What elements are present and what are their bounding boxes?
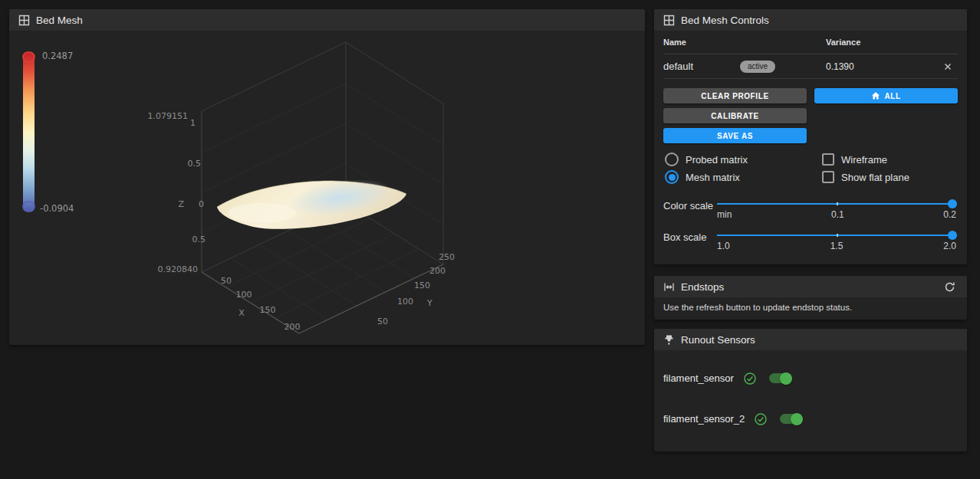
sensor-row: filament_sensor xyxy=(654,358,967,399)
mesh-matrix-radio[interactable]: Mesh matrix xyxy=(665,170,822,184)
bed-mesh-title: Bed Mesh xyxy=(36,15,83,26)
color-scale-slider[interactable]: min 0.1 0.2 xyxy=(717,199,956,220)
endstops-header: Endstops xyxy=(654,276,967,297)
sensor-name: filament_sensor_2 xyxy=(663,413,745,425)
box-scale-slider-thumb[interactable] xyxy=(948,231,957,240)
box-scale-mid-label: 1.5 xyxy=(830,241,844,251)
z-tick: 1 xyxy=(190,118,196,128)
profiles-table-header: Name Variance xyxy=(663,31,958,54)
bed-mesh-controls-title: Bed Mesh Controls xyxy=(681,15,769,26)
wireframe-checkbox[interactable]: Wireframe xyxy=(822,153,958,166)
bed-mesh-3d-plot[interactable]: 0.2487 -0.0904 xyxy=(9,31,645,345)
probed-matrix-radio[interactable]: Probed matrix xyxy=(665,153,822,166)
bed-mesh-header: Bed Mesh xyxy=(9,9,645,31)
wireframe-label: Wireframe xyxy=(841,154,887,166)
close-icon xyxy=(942,61,953,72)
endstop-icon xyxy=(663,281,675,293)
color-scale-label: Color scale xyxy=(663,199,717,220)
y-tick: 50 xyxy=(377,317,388,326)
colorbar: 0.2487 -0.0904 xyxy=(23,51,74,214)
variance-column-header: Variance xyxy=(826,38,938,47)
check-circle-icon xyxy=(754,412,768,426)
slider-tick xyxy=(837,234,838,237)
y-tick: 150 xyxy=(414,281,430,290)
z-tick: 0.5 xyxy=(188,159,202,169)
color-scale-slider-thumb[interactable] xyxy=(948,199,957,208)
x-tick: 100 xyxy=(236,290,252,300)
bed-mesh-controls-header: Bed Mesh Controls xyxy=(654,9,967,31)
sensor-row: filament_sensor_2 xyxy=(654,399,967,439)
color-scale-row: Color scale min 0.1 0.2 xyxy=(654,184,967,220)
grid-icon xyxy=(663,15,675,26)
y-axis-label: Y xyxy=(426,298,432,308)
box-scale-label: Box scale xyxy=(663,231,717,251)
bed-mesh-controls-panel: Bed Mesh Controls Name Variance default … xyxy=(654,9,967,264)
home-all-button[interactable]: ALL xyxy=(814,88,958,103)
check-circle-icon xyxy=(743,372,757,385)
display-options: Probed matrix Wireframe Mesh matrix Show… xyxy=(654,143,967,184)
x-tick: 150 xyxy=(260,305,276,315)
active-badge: active xyxy=(740,61,775,73)
z-tick: 0 xyxy=(199,199,204,209)
bed-mesh-panel: Bed Mesh xyxy=(9,9,645,345)
runout-sensors-title: Runout Sensors xyxy=(681,334,755,346)
sensor-toggle[interactable] xyxy=(780,414,801,424)
profile-name: default xyxy=(663,61,740,72)
z-axis-ticks: 1.079151 1 0.5 0 0.5 0.920840 Z xyxy=(148,111,206,274)
refresh-icon xyxy=(944,281,955,293)
name-column-header: Name xyxy=(663,38,740,47)
clear-profile-button[interactable]: CLEAR PROFILE xyxy=(663,88,807,103)
checkbox-unchecked-icon xyxy=(822,153,834,166)
box-scale-min-label: 1.0 xyxy=(717,241,730,251)
mesh-matrix-label: Mesh matrix xyxy=(686,172,740,183)
y-tick: 250 xyxy=(439,252,455,262)
z-tick: 1.079151 xyxy=(148,111,189,121)
mesh-surface xyxy=(217,174,406,229)
profile-variance: 0.1390 xyxy=(826,61,938,72)
z-tick: 0.920840 xyxy=(158,264,199,274)
box-scale-max-label: 2.0 xyxy=(943,241,956,251)
color-scale-max-label: 0.2 xyxy=(943,209,956,220)
color-scale-mid-label: 0.1 xyxy=(831,209,844,220)
save-as-button[interactable]: SAVE AS xyxy=(663,128,807,143)
calibrate-button[interactable]: CALIBRATE xyxy=(663,108,807,123)
y-tick: 100 xyxy=(397,297,413,307)
x-axis-label: X xyxy=(238,308,245,318)
show-flat-plane-checkbox[interactable]: Show flat plane xyxy=(822,170,958,184)
show-flat-plane-label: Show flat plane xyxy=(841,172,909,183)
profile-row[interactable]: default active 0.1390 xyxy=(663,54,958,79)
sensor-toggle[interactable] xyxy=(769,373,791,383)
endstops-title: Endstops xyxy=(681,281,724,293)
endstops-hint: Use the refresh button to update endstop… xyxy=(654,297,967,317)
radio-unchecked-icon xyxy=(665,153,679,166)
slider-tick xyxy=(837,202,838,205)
profiles-table: Name Variance default active 0.1390 xyxy=(654,31,967,79)
box-scale-row: Box scale 1.0 1.5 2.0 xyxy=(654,220,967,251)
radio-checked-icon xyxy=(665,170,679,184)
colorbar-min-label: -0.0904 xyxy=(40,203,74,214)
sensor-name: filament_sensor xyxy=(663,372,734,384)
box-scale-slider[interactable]: 1.0 1.5 2.0 xyxy=(717,231,956,251)
grid-icon xyxy=(18,15,30,26)
y-tick: 200 xyxy=(429,266,446,276)
controls-buttons: CLEAR PROFILE ALL CALIBRATE SAVE AS xyxy=(654,79,967,143)
printer-nozzle-icon xyxy=(663,334,675,346)
endstops-panel: Endstops Use the refresh button to updat… xyxy=(654,276,967,320)
x-tick: 200 xyxy=(284,322,301,332)
checkbox-unchecked-icon xyxy=(822,171,834,183)
color-scale-min-label: min xyxy=(717,209,732,220)
z-tick: 0.5 xyxy=(192,235,206,244)
home-icon xyxy=(871,91,880,100)
z-axis-label: Z xyxy=(178,199,184,209)
remove-profile-button[interactable] xyxy=(938,57,958,77)
bed-mesh-plot-area: 0.2487 -0.0904 xyxy=(9,31,645,345)
runout-sensors-header: Runout Sensors xyxy=(654,329,967,350)
colorbar-max-label: 0.2487 xyxy=(42,51,73,61)
runout-sensors-list: filament_sensor filament_sensor_2 xyxy=(654,350,967,439)
refresh-button[interactable] xyxy=(941,278,958,295)
runout-sensors-panel: Runout Sensors filament_sensor filament_… xyxy=(654,329,967,451)
x-tick: 50 xyxy=(221,276,232,286)
probed-matrix-label: Probed matrix xyxy=(686,154,748,166)
